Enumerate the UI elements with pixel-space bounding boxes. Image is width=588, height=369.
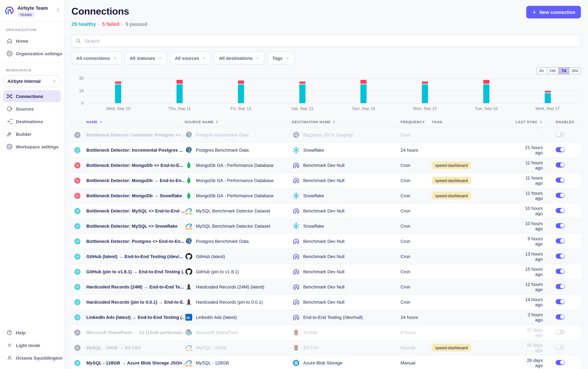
connection-name: GitHub (latest) → End-to-End Testing (/d… (86, 254, 185, 259)
org-switcher[interactable]: Airbyte Team TEAMS (3, 3, 61, 20)
destination-name: Azure Blob Storage (303, 360, 342, 365)
sidebar-item-workspace-settings[interactable]: Workspace settings (3, 141, 61, 153)
table-row[interactable]: Microsoft SharePoint → S3 (13mb performa… (71, 325, 581, 340)
last-sync: 11 hours ago (520, 175, 556, 186)
filter-tags[interactable]: Tags (268, 52, 294, 64)
enabled-cell (556, 223, 581, 229)
table-row[interactable]: Hardcoded Records (24M) → End-to-End Te.… (71, 279, 581, 294)
range-option-6h[interactable]: 6h (537, 68, 547, 74)
sidebar-item-label: Workspace settings (16, 144, 59, 149)
table-row[interactable]: Bottleneck Detector: MongoDb → End-to-En… (71, 173, 581, 188)
sidebar-footer-nav: HelpLight modeOctavia Squiddington (3, 326, 61, 364)
sidebar-item-organization-settings[interactable]: Organization settings (3, 48, 61, 60)
status-cell (71, 284, 86, 290)
enabled-toggle[interactable] (556, 269, 565, 274)
filter-label: All sources (175, 55, 199, 61)
sidebar-item-help[interactable]: Help (3, 327, 61, 338)
svg-text:MySQL: MySQL (185, 349, 192, 351)
enabled-toggle[interactable] (556, 238, 565, 243)
enabled-toggle[interactable] (556, 253, 565, 258)
new-connection-button[interactable]: New connection (526, 6, 581, 19)
table-row[interactable]: Bottleneck Detector: Postgres <> End-to-… (71, 234, 581, 249)
org-plan-badge: TEAMS (18, 12, 35, 17)
table-row[interactable]: Bottleneck Detector: MongoDb → Snowflake… (71, 188, 581, 203)
table-row[interactable]: LinkedIn Ads (latest) → End-to-End Testi… (71, 309, 581, 325)
enabled-toggle[interactable] (556, 314, 565, 319)
failed-count: 5 failed (102, 21, 120, 27)
status-cell (71, 223, 86, 229)
column-header-name[interactable]: NAME (86, 120, 185, 124)
chart-bar-failed (177, 80, 183, 84)
enabled-toggle[interactable] (556, 208, 565, 213)
table-row[interactable]: Bottleneck Detector: MongoDb <> End-to-E… (71, 157, 581, 173)
sidebar-item-sources[interactable]: Sources (3, 103, 61, 115)
sidebar: Airbyte Team TEAMS ORGANIZATION HomeOrga… (0, 0, 64, 369)
enabled-toggle[interactable] (556, 193, 565, 198)
healthy-count: 29 healthy (71, 21, 96, 27)
toggle-knob (556, 132, 560, 136)
enabled-toggle[interactable] (556, 147, 565, 152)
column-header-last_sync[interactable]: LAST SYNC (520, 120, 556, 124)
range-option-24h[interactable]: 24h (547, 68, 558, 74)
table-row[interactable]: Hardcoded Records (pin to 0.0.1) → End-t… (71, 294, 581, 309)
search-box[interactable] (71, 35, 581, 47)
sidebar-item-user[interactable]: Octavia Squiddington (3, 352, 61, 364)
frequency: Cron (400, 224, 432, 229)
range-option-30d[interactable]: 30d (569, 68, 581, 74)
status-cell (71, 269, 86, 275)
sidebar-item-connections[interactable]: Connections (3, 90, 61, 102)
destination-cell: Benchmark Dev Null (292, 283, 400, 291)
status-cell (71, 177, 86, 184)
chart-x-label: Fri, Sep 12 (210, 106, 272, 111)
filter-all-statuses[interactable]: All statuses (125, 52, 167, 64)
toggle-knob (556, 345, 560, 349)
destination-cell: Benchmark Dev Null (292, 237, 400, 245)
azure-icon (292, 359, 300, 367)
enabled-toggle[interactable] (556, 132, 565, 137)
table-row[interactable]: GitHub (latest) → End-to-End Testing (/d… (71, 249, 581, 264)
sidebar-item-builder[interactable]: Builder (3, 128, 61, 140)
table-row[interactable]: Bottleneck Detector: MySQL <> End-to-End… (71, 203, 581, 218)
column-header-source[interactable]: SOURCE NAME (185, 120, 292, 124)
postgres-icon (185, 131, 193, 139)
enabled-toggle[interactable] (556, 223, 565, 228)
chart-bar-failed (483, 80, 489, 84)
filter-all-sources[interactable]: All sources (170, 52, 211, 64)
sidebar-item-light-mode[interactable]: Light mode (3, 339, 61, 351)
frequency: 24 hours (400, 315, 432, 320)
frequency: 24 hours (400, 147, 432, 153)
table-row[interactable]: MySQL - 10GB → S3 CSVMySQLMySQL - 10GBS3… (71, 340, 581, 355)
table-row[interactable]: Bottleneck Detector: Incremental Postgre… (71, 142, 581, 157)
filter-all-connections[interactable]: All connections (71, 52, 122, 64)
enabled-toggle[interactable] (556, 329, 565, 335)
workspace-selector[interactable]: Airbyte Internal (4, 75, 60, 87)
paused-status-icon (74, 345, 80, 351)
enabled-toggle[interactable] (556, 177, 565, 183)
enabled-cell (556, 329, 581, 336)
sidebar-item-home[interactable]: Home (3, 35, 61, 47)
tag-chip: speed-dashboard (432, 192, 471, 200)
last-sync: 13 hours ago (520, 251, 556, 262)
range-option-7d[interactable]: 7d (558, 68, 569, 74)
workspace-selector-value: Airbyte Internal (7, 79, 40, 84)
enabled-toggle[interactable] (556, 299, 565, 304)
snowflake-icon (292, 192, 300, 200)
enabled-toggle[interactable] (556, 284, 565, 289)
enabled-toggle[interactable] (556, 162, 565, 167)
table-row[interactable]: MySQL - 128GB → Azure Blob Storage JSOn … (71, 355, 581, 369)
org-switcher-chevron-icon (56, 8, 60, 12)
source-cell: MySQLMySQL - 10GB (185, 344, 292, 352)
table-row[interactable]: GitHub (pin to v1.8.1) → End-to-End Test… (71, 264, 581, 279)
enabled-toggle[interactable] (556, 360, 565, 365)
column-header-destination[interactable]: DESTINATION NAME (292, 120, 400, 124)
filter-all-destinations[interactable]: All destinations (214, 52, 265, 64)
sidebar-item-destinations[interactable]: Destinations (3, 115, 61, 127)
sidebar-item-label: Sources (16, 106, 34, 112)
column-label: NAME (86, 120, 98, 124)
enabled-toggle[interactable] (556, 345, 565, 350)
table-row[interactable]: Bottleneck Detector: MySQL <> SnowflakeM… (71, 218, 581, 234)
paused-status-icon (74, 132, 80, 138)
table-row[interactable]: Bottleneck Detector Candidate: Postgres … (71, 127, 581, 142)
search-input[interactable] (84, 38, 577, 44)
destination-cell: S3 CSV (292, 344, 400, 352)
